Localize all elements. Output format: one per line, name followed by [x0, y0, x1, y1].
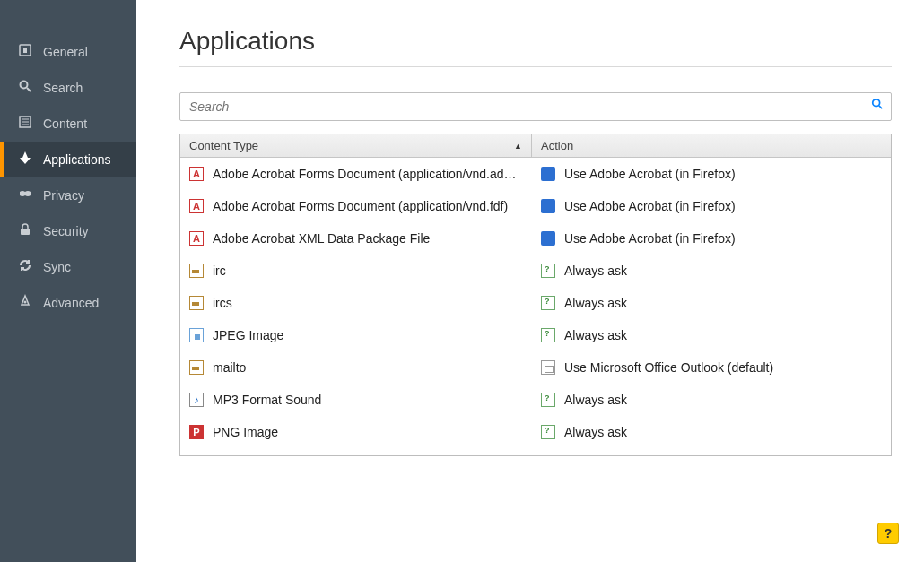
- action-text: Always ask: [564, 328, 627, 342]
- action-cell[interactable]: Use Adobe Acrobat (in Firefox): [532, 167, 891, 181]
- action-icon: [541, 231, 555, 246]
- file-type-icon: [189, 264, 204, 278]
- action-text: Use Microsoft Office Outlook (default): [564, 360, 773, 375]
- action-icon: [541, 296, 555, 310]
- main-panel: Applications Content Type ▲ Action AAdob…: [136, 0, 924, 562]
- content-type-text: Adobe Acrobat Forms Document (applicatio…: [213, 199, 508, 213]
- content-type-text: ircs: [213, 296, 232, 310]
- sidebar-item-label: General: [43, 45, 88, 59]
- privacy-icon: [16, 186, 34, 204]
- table-row[interactable]: mailtoUse Microsoft Office Outlook (defa…: [180, 351, 891, 384]
- svg-line-11: [879, 106, 883, 109]
- sort-indicator-icon: ▲: [514, 142, 522, 151]
- action-icon: [541, 328, 555, 342]
- applications-icon: [16, 151, 34, 169]
- action-cell[interactable]: Always ask: [532, 264, 891, 278]
- content-type-text: Adobe Acrobat XML Data Package File: [213, 231, 430, 246]
- file-type-icon: A: [189, 231, 204, 246]
- action-cell[interactable]: Always ask: [532, 425, 891, 439]
- action-text: Always ask: [564, 393, 627, 407]
- page-title: Applications: [179, 27, 892, 67]
- search-icon[interactable]: [871, 98, 884, 113]
- svg-rect-1: [23, 48, 27, 53]
- content-type-text: irc: [213, 264, 226, 278]
- content-type-text: mailto: [213, 360, 246, 375]
- file-type-icon: [189, 360, 204, 375]
- content-type-cell: ircs: [180, 296, 532, 310]
- table-row[interactable]: AAdobe Acrobat Forms Document (applicati…: [180, 158, 891, 190]
- table-row[interactable]: PodcastPreview in Firefox: [180, 448, 891, 455]
- table-body[interactable]: AAdobe Acrobat Forms Document (applicati…: [180, 158, 891, 455]
- content-type-text: JPEG Image: [213, 328, 283, 342]
- action-cell[interactable]: Use Adobe Acrobat (in Firefox): [532, 199, 891, 213]
- action-text: Always ask: [564, 425, 627, 439]
- table-row[interactable]: PPNG ImageAlways ask: [180, 416, 891, 448]
- table-row[interactable]: ircAlways ask: [180, 255, 891, 287]
- content-type-cell: irc: [180, 264, 532, 278]
- help-button[interactable]: ?: [877, 523, 899, 544]
- action-text: Use Adobe Acrobat (in Firefox): [564, 167, 736, 181]
- column-action[interactable]: Action: [532, 134, 891, 157]
- svg-point-10: [873, 99, 880, 107]
- svg-line-3: [27, 88, 31, 91]
- sidebar-item-sync[interactable]: Sync: [0, 249, 136, 285]
- action-cell[interactable]: Always ask: [532, 296, 891, 310]
- svg-point-2: [21, 82, 28, 89]
- sidebar: GeneralSearchContentApplicationsPrivacyS…: [0, 0, 136, 562]
- table-row[interactable]: JPEG ImageAlways ask: [180, 319, 891, 351]
- file-type-icon: P: [189, 425, 204, 439]
- action-icon: [541, 264, 555, 278]
- sidebar-item-content[interactable]: Content: [0, 106, 136, 142]
- action-icon: [541, 425, 555, 439]
- file-type-icon: A: [189, 199, 204, 213]
- action-cell[interactable]: Always ask: [532, 328, 891, 342]
- sync-icon: [16, 258, 34, 276]
- sidebar-item-applications[interactable]: Applications: [0, 142, 136, 177]
- action-text: Always ask: [564, 296, 627, 310]
- table-row[interactable]: ♪MP3 Format SoundAlways ask: [180, 384, 891, 416]
- svg-point-9: [24, 301, 27, 304]
- content-type-cell: mailto: [180, 360, 532, 375]
- content-type-cell: PPNG Image: [180, 425, 532, 439]
- table-row[interactable]: ircsAlways ask: [180, 287, 891, 319]
- sidebar-item-search[interactable]: Search: [0, 70, 136, 106]
- action-text: Use Adobe Acrobat (in Firefox): [564, 231, 736, 246]
- table-header: Content Type ▲ Action: [180, 134, 891, 158]
- content-type-cell: JPEG Image: [180, 328, 532, 342]
- sidebar-item-advanced[interactable]: Advanced: [0, 285, 136, 321]
- sidebar-item-label: Advanced: [43, 296, 99, 310]
- sidebar-item-label: Security: [43, 224, 89, 238]
- content-type-text: PNG Image: [213, 425, 278, 439]
- content-icon: [16, 115, 34, 133]
- column-content-type[interactable]: Content Type ▲: [180, 134, 532, 157]
- security-icon: [16, 222, 34, 240]
- column-label: Content Type: [189, 139, 258, 152]
- table-row[interactable]: AAdobe Acrobat Forms Document (applicati…: [180, 190, 891, 222]
- action-cell[interactable]: Always ask: [532, 393, 891, 407]
- table-row[interactable]: AAdobe Acrobat XML Data Package FileUse …: [180, 222, 891, 255]
- action-cell[interactable]: Use Adobe Acrobat (in Firefox): [532, 231, 891, 246]
- svg-rect-8: [21, 229, 30, 235]
- search-icon: [16, 79, 34, 97]
- content-type-cell: ♪MP3 Format Sound: [180, 393, 532, 407]
- sidebar-item-label: Content: [43, 117, 87, 131]
- sidebar-item-security[interactable]: Security: [0, 213, 136, 249]
- action-text: Use Adobe Acrobat (in Firefox): [564, 199, 736, 213]
- action-text: Always ask: [564, 264, 627, 278]
- sidebar-item-label: Privacy: [43, 188, 84, 203]
- search-box[interactable]: [179, 92, 892, 121]
- sidebar-item-privacy[interactable]: Privacy: [0, 177, 136, 213]
- action-cell[interactable]: Use Microsoft Office Outlook (default): [532, 360, 891, 375]
- sidebar-item-label: Applications: [43, 152, 111, 167]
- file-type-icon: [189, 328, 204, 342]
- sidebar-item-label: Search: [43, 81, 83, 95]
- file-type-icon: [189, 296, 204, 310]
- action-icon: [541, 199, 555, 213]
- search-input[interactable]: [180, 93, 859, 120]
- column-label: Action: [541, 139, 573, 152]
- content-type-cell: AAdobe Acrobat XML Data Package File: [180, 231, 532, 246]
- applications-table: Content Type ▲ Action AAdobe Acrobat For…: [179, 134, 892, 456]
- action-icon: [541, 167, 555, 181]
- sidebar-item-general[interactable]: General: [0, 34, 136, 70]
- action-icon: [541, 360, 555, 375]
